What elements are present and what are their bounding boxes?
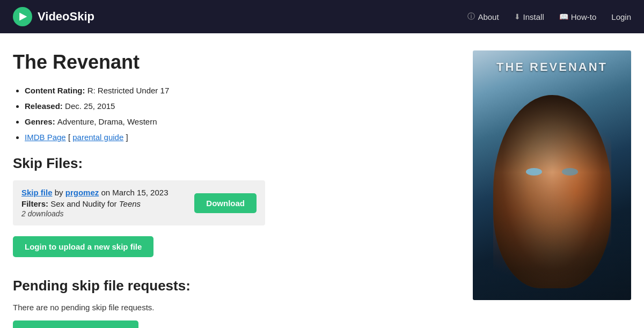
skip-file-downloads: 2 downloads (21, 209, 186, 218)
filters-label: Filters: (21, 199, 48, 208)
svg-marker-0 (19, 13, 27, 21)
navbar: VideoSkip ⓘ About ⬇ Install 📖 How-to Log… (0, 0, 644, 33)
content-left: The Revenant Content Rating: R: Restrict… (13, 50, 451, 328)
skip-file-author-link[interactable]: prgomez (65, 188, 99, 197)
poster-title: THE REVENANT (491, 50, 613, 74)
movie-meta-list: Content Rating: R: Restricted Under 17 R… (13, 83, 451, 144)
bracket-open: [ (68, 133, 72, 142)
nav-login[interactable]: Login (611, 12, 631, 21)
pending-section: Pending skip file requests: There are no… (13, 278, 451, 328)
content-rating-label: Content Rating: (25, 86, 87, 95)
nav-login-label: Login (611, 12, 631, 21)
bracket-close: ] (126, 133, 128, 142)
nav-howto[interactable]: 📖 How-to (559, 12, 597, 21)
skip-file-title-row: Skip file by prgomez on March 15, 2023 (21, 188, 186, 197)
poster-face-shape (493, 95, 611, 288)
about-icon: ⓘ (467, 12, 475, 21)
by-text: by (55, 188, 65, 197)
nav-about[interactable]: ⓘ About (467, 12, 499, 21)
nav-install[interactable]: ⬇ Install (514, 12, 544, 21)
movie-title: The Revenant (13, 50, 451, 74)
upload-skip-file-button[interactable]: Login to upload a new skip file (13, 236, 153, 257)
skip-files-heading: Skip Files: (13, 155, 451, 172)
main-container: The Revenant Content Rating: R: Restrict… (0, 33, 644, 328)
nav-links: ⓘ About ⬇ Install 📖 How-to Login (467, 12, 631, 21)
content-right: THE REVENANT (473, 50, 631, 328)
skip-file-filters-row: Filters: Sex and Nudity for Teens (21, 199, 186, 208)
brand-logo[interactable]: VideoSkip (13, 7, 94, 26)
movie-poster: THE REVENANT (473, 50, 631, 300)
skip-file-info: Skip file by prgomez on March 15, 2023 F… (21, 188, 186, 218)
poster-face-art (473, 83, 631, 300)
date-text: on March 15, 2023 (101, 188, 168, 197)
filters-audience: Teens (119, 199, 141, 208)
pending-message: There are no pending skip file requests. (13, 303, 451, 312)
parental-guide-link[interactable]: parental guide (72, 133, 123, 142)
meta-released: Released: Dec. 25, 2015 (25, 99, 451, 113)
genres-value: Adventure, Drama, Western (57, 117, 157, 126)
poster-hair-overlay (493, 95, 611, 288)
brand-name: VideoSkip (38, 10, 94, 24)
content-rating-value: R: Restricted Under 17 (87, 86, 170, 95)
request-skip-file-button[interactable]: Login to request a skip file (13, 320, 138, 328)
released-label: Released: (25, 101, 65, 111)
filters-value: Sex and Nudity for (50, 199, 119, 208)
play-icon (17, 11, 28, 22)
meta-content-rating: Content Rating: R: Restricted Under 17 (25, 83, 451, 98)
skip-file-card: Skip file by prgomez on March 15, 2023 F… (13, 180, 265, 225)
meta-imdb: IMDB Page [ parental guide ] (25, 130, 451, 144)
imdb-link[interactable]: IMDB Page (25, 133, 66, 142)
genres-label: Genres: (25, 117, 57, 126)
nav-install-label: Install (523, 12, 544, 21)
howto-icon: 📖 (559, 12, 568, 21)
skip-file-link[interactable]: Skip file (21, 188, 53, 197)
nav-about-label: About (478, 12, 499, 21)
brand-icon (13, 7, 32, 26)
released-value: Dec. 25, 2015 (65, 101, 115, 111)
meta-genres: Genres: Adventure, Drama, Western (25, 114, 451, 129)
install-icon: ⬇ (514, 12, 521, 21)
pending-heading: Pending skip file requests: (13, 278, 451, 294)
nav-howto-label: How-to (571, 12, 597, 21)
download-button[interactable]: Download (194, 193, 257, 213)
